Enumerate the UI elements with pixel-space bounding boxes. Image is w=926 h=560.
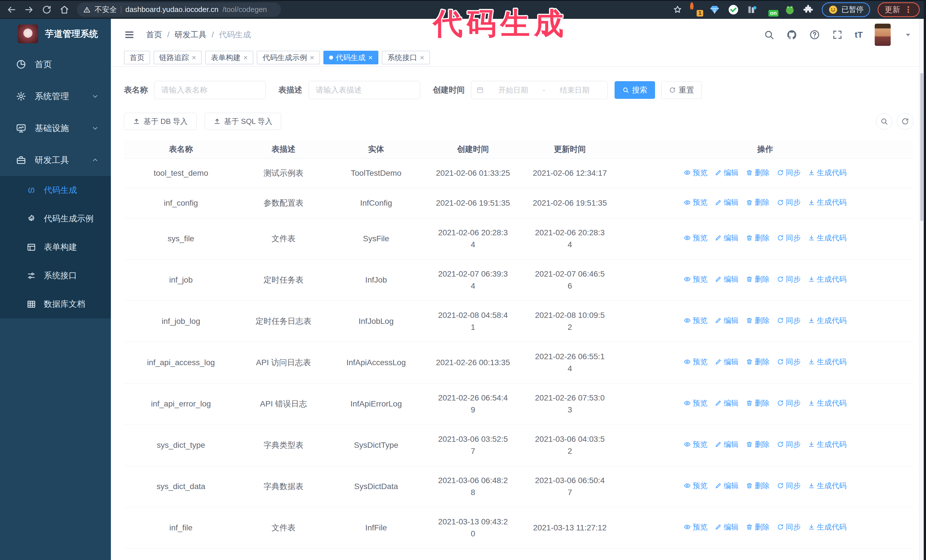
delete-link[interactable]: 删除 bbox=[746, 232, 770, 243]
font-size-icon[interactable]: tT bbox=[855, 30, 863, 39]
edit-link[interactable]: 编辑 bbox=[715, 398, 738, 409]
delete-link[interactable]: 删除 bbox=[746, 439, 770, 450]
refresh-table-button[interactable] bbox=[897, 113, 914, 130]
tab-表单构建[interactable]: 表单构建× bbox=[205, 51, 253, 64]
edit-link[interactable]: 编辑 bbox=[715, 439, 738, 450]
preview-link[interactable]: 预览 bbox=[684, 439, 707, 450]
sidebar-subitem-系统接口[interactable]: 系统接口 bbox=[0, 261, 111, 290]
sync-link[interactable]: 同步 bbox=[777, 167, 800, 178]
help-icon[interactable] bbox=[809, 29, 820, 40]
preview-link[interactable]: 预览 bbox=[684, 197, 707, 208]
close-icon[interactable]: × bbox=[243, 54, 248, 61]
scrollbar-thumb[interactable] bbox=[920, 73, 923, 221]
preview-link[interactable]: 预览 bbox=[684, 480, 707, 491]
tab-代码生成[interactable]: 代码生成× bbox=[324, 51, 378, 64]
preview-link[interactable]: 预览 bbox=[684, 522, 707, 533]
generate-code-link[interactable]: 生成代码 bbox=[808, 356, 846, 367]
toggle-search-button[interactable] bbox=[876, 113, 893, 130]
avatar[interactable] bbox=[875, 24, 891, 46]
delete-link[interactable]: 删除 bbox=[746, 167, 770, 178]
sidebar-subitem-代码生成[interactable]: 代码生成 bbox=[0, 176, 111, 205]
date-range-picker[interactable]: 开始日期 - 结束日期 bbox=[471, 81, 608, 99]
preview-link[interactable]: 预览 bbox=[684, 356, 707, 367]
generate-code-link[interactable]: 生成代码 bbox=[808, 398, 846, 409]
tab-代码生成示例[interactable]: 代码生成示例× bbox=[257, 51, 320, 64]
generate-code-link[interactable]: 生成代码 bbox=[808, 315, 846, 326]
generate-code-link[interactable]: 生成代码 bbox=[808, 439, 846, 450]
address-bar[interactable]: 不安全 dashboard.yudao.iocoder.cn/tool/code… bbox=[77, 3, 281, 17]
sidebar-subitem-数据库文档[interactable]: 数据库文档 bbox=[0, 290, 111, 318]
generate-code-link[interactable]: 生成代码 bbox=[808, 522, 846, 533]
search-icon[interactable] bbox=[764, 29, 775, 40]
app-logo-row[interactable]: 芋道管理系统 bbox=[0, 19, 111, 48]
puzzle-extensions-icon[interactable] bbox=[803, 4, 814, 15]
sync-link[interactable]: 同步 bbox=[777, 274, 800, 285]
reset-button[interactable]: 重置 bbox=[661, 81, 702, 99]
update-button[interactable]: 更新 ⋮ bbox=[878, 2, 920, 17]
breadcrumb-devtools[interactable]: 研发工具 bbox=[175, 29, 207, 40]
sidebar-item-研发工具[interactable]: 研发工具 bbox=[0, 144, 111, 176]
edit-link[interactable]: 编辑 bbox=[715, 480, 738, 491]
delete-link[interactable]: 删除 bbox=[746, 315, 770, 326]
sync-link[interactable]: 同步 bbox=[777, 480, 800, 491]
sync-link[interactable]: 同步 bbox=[777, 315, 800, 326]
fullscreen-icon[interactable] bbox=[832, 29, 843, 40]
delete-link[interactable]: 删除 bbox=[746, 274, 770, 285]
end-date-placeholder[interactable]: 结束日期 bbox=[547, 85, 602, 95]
hamburger-icon[interactable] bbox=[124, 29, 135, 40]
preview-link[interactable]: 预览 bbox=[684, 274, 707, 285]
page-scrollbar[interactable] bbox=[919, 19, 924, 560]
delete-link[interactable]: 删除 bbox=[746, 197, 770, 208]
frog-extension-icon[interactable] bbox=[784, 4, 796, 15]
generate-code-link[interactable]: 生成代码 bbox=[808, 197, 846, 208]
tab-链路追踪[interactable]: 链路追踪× bbox=[154, 51, 202, 64]
sync-link[interactable]: 同步 bbox=[777, 232, 800, 243]
close-icon[interactable]: × bbox=[310, 54, 314, 61]
home-icon[interactable] bbox=[59, 5, 70, 15]
edit-link[interactable]: 编辑 bbox=[715, 232, 738, 243]
sidebar-subitem-表单构建[interactable]: 表单构建 bbox=[0, 233, 111, 261]
search-button[interactable]: 搜索 bbox=[614, 81, 655, 99]
import-sql-button[interactable]: 基于 SQL 导入 bbox=[204, 113, 281, 130]
forward-icon[interactable] bbox=[24, 5, 34, 15]
close-icon[interactable]: × bbox=[368, 54, 373, 61]
gem-extension-icon[interactable] bbox=[709, 4, 720, 15]
generate-code-link[interactable]: 生成代码 bbox=[808, 167, 846, 178]
sidebar-item-首页[interactable]: 首页 bbox=[0, 48, 111, 80]
preview-link[interactable]: 预览 bbox=[684, 232, 707, 243]
sidebar-subitem-代码生成示例[interactable]: 代码生成示例 bbox=[0, 205, 111, 233]
table-name-input[interactable] bbox=[154, 81, 266, 99]
generate-code-link[interactable]: 生成代码 bbox=[808, 274, 846, 285]
sync-link[interactable]: 同步 bbox=[777, 356, 800, 367]
table-desc-input[interactable] bbox=[309, 81, 420, 99]
generate-code-link[interactable]: 生成代码 bbox=[808, 232, 846, 243]
v-check-extension-icon[interactable] bbox=[728, 4, 739, 15]
edit-link[interactable]: 编辑 bbox=[715, 522, 738, 533]
bookmark-star-icon[interactable] bbox=[672, 5, 683, 15]
paused-profile-pill[interactable]: 已暂停 bbox=[822, 2, 870, 17]
delete-link[interactable]: 删除 bbox=[746, 480, 770, 491]
generate-code-link[interactable]: 生成代码 bbox=[808, 480, 846, 491]
import-db-button[interactable]: 基于 DB 导入 bbox=[124, 113, 197, 130]
dark-on-extension-icon[interactable]: on bbox=[765, 4, 777, 15]
sync-link[interactable]: 同步 bbox=[777, 439, 800, 450]
edit-link[interactable]: 编辑 bbox=[715, 315, 738, 326]
sidebar-item-基础设施[interactable]: 基础设施 bbox=[0, 112, 111, 144]
sync-link[interactable]: 同步 bbox=[777, 197, 800, 208]
edit-link[interactable]: 编辑 bbox=[715, 197, 738, 208]
preview-link[interactable]: 预览 bbox=[684, 315, 707, 326]
preview-link[interactable]: 预览 bbox=[684, 398, 707, 409]
edit-link[interactable]: 编辑 bbox=[715, 167, 738, 178]
kebab-menu-icon[interactable]: ⋮ bbox=[904, 5, 912, 15]
tab-首页[interactable]: 首页 bbox=[124, 51, 150, 64]
back-icon[interactable] bbox=[6, 5, 17, 15]
delete-link[interactable]: 删除 bbox=[746, 522, 770, 533]
edit-link[interactable]: 编辑 bbox=[715, 274, 738, 285]
delete-link[interactable]: 删除 bbox=[746, 398, 770, 409]
tab-系统接口[interactable]: 系统接口× bbox=[382, 51, 430, 64]
adblock-extension-icon[interactable]: 1 bbox=[690, 4, 702, 15]
github-icon[interactable] bbox=[787, 29, 797, 40]
start-date-placeholder[interactable]: 开始日期 bbox=[486, 85, 541, 95]
columns-drop-extension-icon[interactable] bbox=[746, 4, 758, 15]
chevron-down-icon[interactable] bbox=[903, 29, 914, 40]
